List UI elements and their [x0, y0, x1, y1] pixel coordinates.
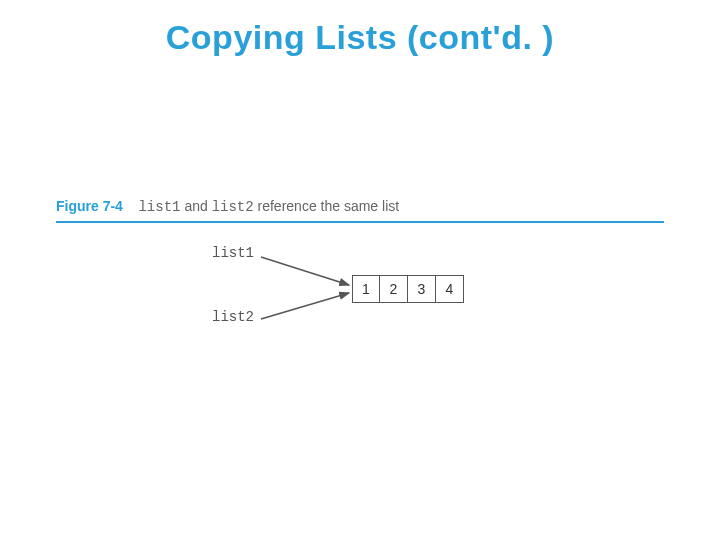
- figure-rest: reference the same list: [258, 198, 400, 214]
- figure-rule: [56, 221, 664, 223]
- arrow-list1-icon: [261, 257, 349, 285]
- figure-joiner: and: [184, 198, 211, 214]
- arrow-list2-icon: [261, 293, 349, 319]
- reference-diagram: list1 list2 1 2 3 4: [56, 245, 664, 365]
- figure-var2: list2: [212, 199, 254, 215]
- list-cell: 4: [436, 275, 464, 303]
- reference-arrows: [56, 245, 356, 345]
- slide-title: Copying Lists (cont'd. ): [0, 18, 720, 57]
- figure-number: Figure 7-4: [56, 198, 123, 214]
- figure-block: Figure 7-4 list1 and list2 reference the…: [56, 198, 664, 365]
- list-cells: 1 2 3 4: [352, 275, 464, 303]
- list-cell: 3: [408, 275, 436, 303]
- list-cell: 2: [380, 275, 408, 303]
- list-cell: 1: [352, 275, 380, 303]
- figure-var1: list1: [138, 199, 180, 215]
- figure-caption: Figure 7-4 list1 and list2 reference the…: [56, 198, 664, 215]
- slide: Copying Lists (cont'd. ) Figure 7-4 list…: [0, 0, 720, 540]
